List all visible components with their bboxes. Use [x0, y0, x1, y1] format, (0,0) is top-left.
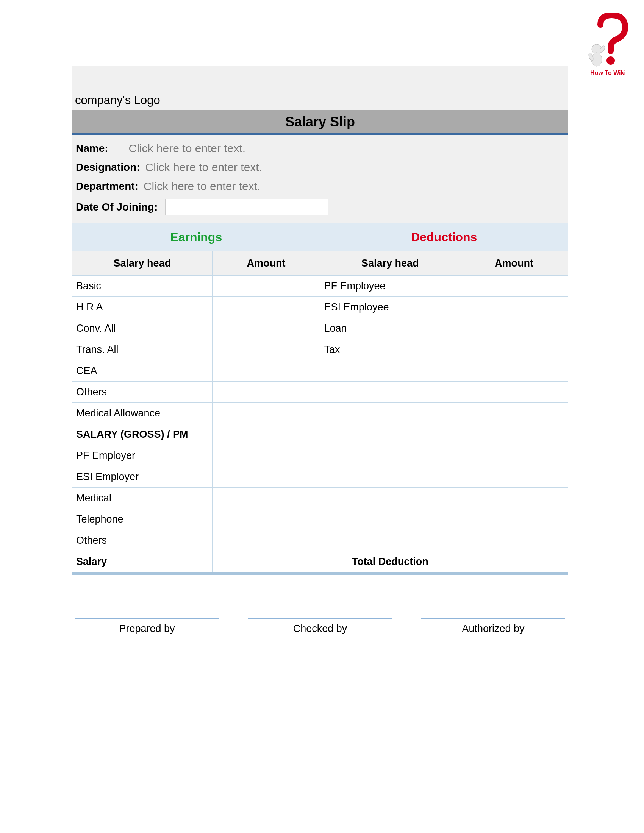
table-row: Medical Allowance — [72, 403, 568, 424]
ded-head-cell: Loan — [320, 318, 460, 339]
ded-amount-cell[interactable] — [460, 509, 568, 530]
name-label: Name: — [76, 142, 108, 154]
earn-amount-cell[interactable] — [212, 530, 320, 551]
ded-amount-cell[interactable] — [460, 488, 568, 509]
salary-slip-document: company's Logo Salary Slip Name: Click h… — [72, 66, 568, 635]
ded-amount-cell[interactable] — [460, 360, 568, 382]
ded-amount-cell[interactable] — [460, 445, 568, 466]
earn-head-cell: ESI Employer — [72, 466, 213, 488]
ded-head-cell — [320, 509, 460, 530]
earnings-header: Earnings — [72, 224, 320, 251]
ded-head-cell — [320, 360, 460, 382]
ded-head-cell — [320, 530, 460, 551]
earn-head-cell: H R A — [72, 297, 213, 318]
watermark-label: How To Wiki — [583, 70, 633, 77]
prepared-by-block: Prepared by — [75, 618, 219, 635]
employee-info-block: Name: Click here to enter text. Designat… — [72, 135, 568, 223]
doj-row: Date Of Joining: — [76, 196, 564, 219]
table-row: Trans. AllTax — [72, 339, 568, 360]
earn-amount-cell[interactable] — [212, 509, 320, 530]
authorized-by-line — [421, 618, 565, 619]
earn-amount-cell[interactable] — [212, 276, 320, 297]
table-row: ESI Employer — [72, 466, 568, 488]
prepared-by-label: Prepared by — [75, 623, 219, 635]
department-label: Department: — [76, 180, 138, 192]
department-field[interactable]: Click here to enter text. — [143, 180, 260, 193]
earn-amount-cell[interactable] — [212, 297, 320, 318]
name-row: Name: Click here to enter text. — [76, 139, 564, 158]
signature-section: Prepared by Checked by Authorized by — [72, 618, 568, 635]
doj-input[interactable] — [165, 199, 328, 215]
checked-by-label: Checked by — [248, 623, 392, 635]
table-row: CEA — [72, 360, 568, 382]
col-earn-head: Salary head — [72, 251, 213, 276]
earn-amount-cell[interactable] — [212, 403, 320, 424]
earn-head-cell: SALARY (GROSS) / PM — [72, 424, 213, 445]
ded-amount-cell[interactable] — [460, 530, 568, 551]
designation-field[interactable]: Click here to enter text. — [145, 161, 262, 174]
earn-amount-cell[interactable] — [212, 360, 320, 382]
earn-head-cell: Telephone — [72, 509, 213, 530]
earn-amount-cell[interactable] — [212, 488, 320, 509]
ded-head-cell: PF Employee — [320, 276, 460, 297]
ded-head-cell — [320, 445, 460, 466]
ded-amount-cell[interactable] — [460, 339, 568, 360]
company-logo-text: company's Logo — [72, 93, 568, 110]
authorized-by-label: Authorized by — [421, 623, 565, 635]
earn-head-cell: Trans. All — [72, 339, 213, 360]
ded-head-cell — [320, 466, 460, 488]
ded-head-cell: Total Deduction — [320, 551, 460, 572]
table-row: Conv. AllLoan — [72, 318, 568, 339]
ded-amount-cell[interactable] — [460, 318, 568, 339]
earn-amount-cell[interactable] — [212, 424, 320, 445]
ded-head-cell: ESI Employee — [320, 297, 460, 318]
table-row: Others — [72, 382, 568, 403]
watermark-logo: How To Wiki — [583, 13, 633, 78]
table-row: Medical — [72, 488, 568, 509]
table-row: H R AESI Employee — [72, 297, 568, 318]
table-row: PF Employer — [72, 445, 568, 466]
earn-head-cell: Medical Allowance — [72, 403, 213, 424]
ded-amount-cell[interactable] — [460, 551, 568, 572]
prepared-by-line — [75, 618, 219, 619]
earn-head-cell: PF Employer — [72, 445, 213, 466]
salary-table: Earnings Deductions Salary head Amount S… — [72, 223, 568, 572]
ded-head-cell — [320, 403, 460, 424]
earn-amount-cell[interactable] — [212, 551, 320, 572]
earn-amount-cell[interactable] — [212, 445, 320, 466]
earn-amount-cell[interactable] — [212, 382, 320, 403]
table-row: BasicPF Employee — [72, 276, 568, 297]
department-row: Department: Click here to enter text. — [76, 177, 564, 196]
ded-head-cell: Tax — [320, 339, 460, 360]
earn-amount-cell[interactable] — [212, 466, 320, 488]
earn-head-cell: Others — [72, 382, 213, 403]
svg-point-0 — [607, 56, 615, 65]
col-earn-amount: Amount — [212, 251, 320, 276]
ded-amount-cell[interactable] — [460, 424, 568, 445]
ded-head-cell — [320, 488, 460, 509]
doj-label: Date Of Joining: — [76, 201, 158, 213]
designation-row: Designation: Click here to enter text. — [76, 158, 564, 177]
earn-head-cell: Basic — [72, 276, 213, 297]
ded-amount-cell[interactable] — [460, 403, 568, 424]
earn-amount-cell[interactable] — [212, 318, 320, 339]
designation-label: Designation: — [76, 161, 140, 174]
table-bottom-border — [72, 572, 568, 575]
logo-area — [72, 66, 568, 93]
name-field[interactable]: Click here to enter text. — [129, 142, 245, 155]
col-ded-amount: Amount — [460, 251, 568, 276]
ded-head-cell — [320, 382, 460, 403]
earn-head-cell: Medical — [72, 488, 213, 509]
ded-amount-cell[interactable] — [460, 466, 568, 488]
authorized-by-block: Authorized by — [421, 618, 565, 635]
ded-amount-cell[interactable] — [460, 382, 568, 403]
ded-amount-cell[interactable] — [460, 297, 568, 318]
section-header-row: Earnings Deductions — [72, 224, 568, 251]
ded-head-cell — [320, 424, 460, 445]
col-ded-head: Salary head — [320, 251, 460, 276]
earn-amount-cell[interactable] — [212, 339, 320, 360]
earn-head-cell: CEA — [72, 360, 213, 382]
earn-head-cell: Others — [72, 530, 213, 551]
ded-amount-cell[interactable] — [460, 276, 568, 297]
table-row: SALARY (GROSS) / PM — [72, 424, 568, 445]
